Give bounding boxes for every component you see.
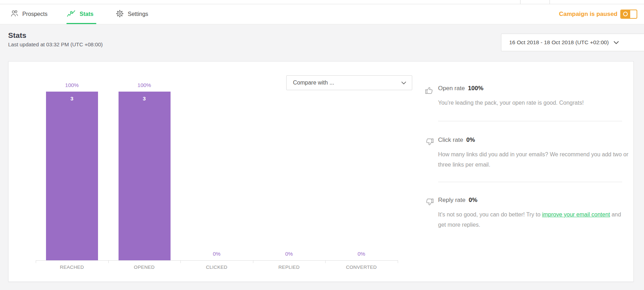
x-axis-tick bbox=[108, 260, 109, 263]
insight-value: 0% bbox=[468, 197, 477, 203]
percent-label: 0% bbox=[180, 251, 253, 257]
insight-reply-rate: Reply rate0% It's not so good, you can d… bbox=[425, 197, 632, 230]
x-axis-tick bbox=[36, 260, 36, 263]
thumbs-up-icon bbox=[425, 86, 434, 97]
insight-value: 100% bbox=[468, 85, 483, 92]
x-axis-tick bbox=[325, 260, 326, 263]
percent-label: 100% bbox=[108, 82, 181, 88]
x-axis-tick bbox=[398, 260, 398, 263]
gear-icon bbox=[115, 9, 124, 19]
x-axis-line bbox=[36, 260, 398, 261]
insight-link[interactable]: improve your email content bbox=[542, 211, 610, 218]
last-updated-text: Last updated at 03:32 PM (UTC +08:00) bbox=[8, 41, 103, 47]
campaign-pause-toggle[interactable] bbox=[620, 10, 637, 19]
bar-chart: 100%3REACHED100%3OPENED0%CLICKED0%REPLIE… bbox=[36, 83, 398, 288]
insight-label: Open rate bbox=[438, 85, 465, 92]
insight-value: 0% bbox=[466, 137, 475, 143]
x-axis-label-reached: REACHED bbox=[36, 265, 108, 270]
insight-divider bbox=[438, 121, 622, 121]
insight-open-rate: Open rate100% You're leading the pack, y… bbox=[425, 85, 632, 108]
campaign-status-label: Campaign is paused bbox=[559, 11, 617, 18]
insight-description: You're leading the pack, your open rate … bbox=[438, 98, 629, 108]
strip-divider bbox=[520, 0, 521, 4]
chart-column-replied: 0% bbox=[253, 83, 326, 260]
page-title: Stats bbox=[8, 31, 26, 40]
insight-divider bbox=[438, 182, 622, 182]
people-icon bbox=[10, 9, 19, 19]
tab-stats[interactable]: Stats bbox=[67, 4, 93, 24]
chart-column-clicked: 0% bbox=[180, 83, 253, 260]
chart-column-converted: 0% bbox=[325, 83, 398, 260]
x-axis-label-replied: REPLIED bbox=[253, 265, 326, 270]
bar-opened bbox=[119, 92, 171, 260]
x-axis-label-converted: CONVERTED bbox=[325, 265, 398, 270]
trend-chart-icon bbox=[67, 9, 76, 19]
percent-label: 0% bbox=[253, 251, 326, 257]
chevron-down-icon bbox=[401, 80, 412, 86]
top-strip bbox=[0, 0, 644, 4]
insight-click-rate: Click rate0% How many links did you add … bbox=[425, 137, 632, 170]
strip-divider bbox=[550, 0, 550, 4]
insight-description: It's not so good, you can do better! Try… bbox=[438, 209, 629, 230]
chevron-down-icon bbox=[609, 39, 619, 46]
campaign-navbar: Prospects Stats bbox=[0, 4, 644, 24]
insight-description: How many links did you add in your email… bbox=[438, 149, 629, 170]
tab-prospects-label: Prospects bbox=[22, 11, 47, 17]
insight-label: Click rate bbox=[438, 137, 463, 143]
thumbs-down-icon bbox=[425, 197, 434, 208]
toggle-knob bbox=[623, 12, 628, 16]
chart-column-reached: 100%3 bbox=[36, 83, 108, 260]
stats-card: Compare with ... 100%3REACHED100%3OPENED… bbox=[8, 61, 634, 282]
x-axis-label-opened: OPENED bbox=[108, 265, 181, 270]
tab-settings[interactable]: Settings bbox=[115, 4, 148, 24]
active-tab-underline bbox=[67, 23, 96, 24]
count-label: 3 bbox=[36, 95, 108, 102]
percent-label: 0% bbox=[325, 251, 398, 257]
x-axis-tick bbox=[180, 260, 181, 263]
thumbs-down-icon bbox=[425, 137, 434, 148]
x-axis-tick bbox=[253, 260, 253, 263]
campaign-status: Campaign is paused bbox=[559, 4, 637, 24]
x-axis-label-clicked: CLICKED bbox=[180, 265, 253, 270]
tab-stats-label: Stats bbox=[80, 11, 93, 17]
count-label: 3 bbox=[108, 95, 181, 102]
date-range-value: 16 Oct 2018 - 18 Oct 2018 (UTC +02:00) bbox=[509, 39, 609, 46]
bar-reached bbox=[46, 92, 98, 260]
date-range-dropdown[interactable]: 16 Oct 2018 - 18 Oct 2018 (UTC +02:00) bbox=[501, 34, 644, 51]
tab-prospects[interactable]: Prospects bbox=[10, 4, 47, 24]
tab-settings-label: Settings bbox=[128, 11, 148, 17]
insight-label: Reply rate bbox=[438, 197, 465, 203]
chart-column-opened: 100%3 bbox=[108, 83, 181, 260]
percent-label: 100% bbox=[36, 82, 108, 88]
